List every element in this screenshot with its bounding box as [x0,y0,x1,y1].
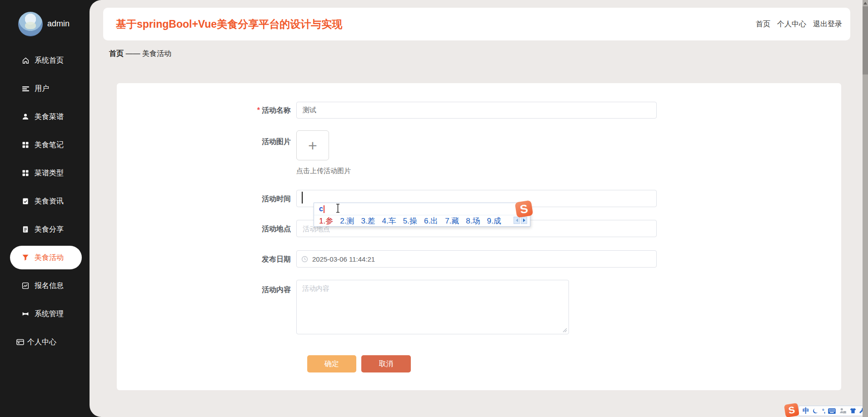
scroll-up-icon[interactable] [863,2,867,5]
activity-content-textarea[interactable] [296,280,569,334]
clipboard-check-icon [21,197,30,205]
avatar[interactable] [18,12,43,36]
sidebar-item-label: 美食笔记 [35,140,64,150]
user-badge-icon[interactable]: 20 [839,407,847,414]
sidebar-item-system-manage[interactable]: 系统管理 [10,305,82,323]
publish-date-value: 2025-03-06 11:44:21 [312,255,375,263]
page-title: 基于springBool+Vue美食分享平台的设计与实现 [116,17,342,31]
ime-candidate[interactable]: 4.车 [382,216,396,226]
ime-typed-text: c [319,205,323,213]
text-caret [302,192,303,204]
publish-date-label: 发布日期 [177,255,291,264]
ime-candidate-popup: c 1.参 2.测 3.差 4.车 5.操 6.出 7.藏 8.场 9.成 [314,203,530,227]
upload-hint: 点击上传活动图片 [296,167,351,175]
sidebar-item-label: 美食活动 [35,253,64,263]
ime-status-bar: 中 °, 20 [798,406,868,416]
sogou-logo: S [515,200,534,218]
tshirt-icon[interactable] [850,408,856,414]
sidebar-item-activities[interactable]: 美食活动 [10,246,82,269]
activity-image-label: 活动图片 [177,137,291,147]
activity-content-label: 活动内容 [177,285,291,295]
ime-candidate[interactable]: 7.藏 [445,216,459,226]
username: admin [47,19,70,29]
activity-form: *活动名称 活动图片 + 点击上传活动图片 活动时间 活动地点 发布日期 202… [117,83,841,390]
breadcrumb-current: 美食活动 [142,50,171,57]
breadcrumb-separator: —— [125,50,140,57]
activity-time-label: 活动时间 [177,194,291,204]
sidebar-item-users[interactable]: 用户 [10,79,82,98]
ime-candidate[interactable]: 5.操 [403,216,417,226]
vertical-scrollbar[interactable] [863,0,868,417]
ime-candidate[interactable]: 2.测 [340,216,354,226]
activity-place-label: 活动地点 [177,224,291,234]
sidebar-item-label: 系统管理 [35,309,64,319]
required-mark: * [257,106,260,114]
breadcrumb: 首页 —— 美食活动 [109,49,171,59]
clipboard-icon [21,225,30,233]
ime-candidate[interactable]: 8.场 [466,216,480,226]
sidebar-item-label: 美食菜谱 [35,112,64,122]
clock-icon [301,256,308,263]
svg-text:20: 20 [843,411,846,413]
funnel-icon [21,253,30,262]
ime-next-page-icon[interactable] [521,217,527,224]
sidebar: admin 系统首页 用户 美食菜谱 美食笔记 [0,0,90,417]
ibeam-cursor [335,204,341,215]
sidebar-item-label: 菜谱类型 [35,169,64,178]
ime-typed-row: c [314,203,530,215]
ime-pager [514,217,527,224]
sidebar-item-label: 美食资讯 [35,197,64,206]
sidebar-item-notes[interactable]: 美食笔记 [10,136,82,154]
top-link-personal-center[interactable]: 个人中心 [777,20,806,29]
cancel-button[interactable]: 取消 [361,355,411,372]
sidebar-item-personal-center[interactable]: 个人中心 [10,333,82,351]
ime-candidate[interactable]: 3.差 [361,216,375,226]
ime-candidate-row: 1.参 2.测 3.差 4.车 5.操 6.出 7.藏 8.场 9.成 [314,215,530,226]
top-nav: 首页 个人中心 退出登录 [756,20,842,29]
ime-candidate[interactable]: 1.参 [319,216,333,226]
scrollbar-thumb[interactable] [863,6,868,74]
chart-icon [21,282,30,290]
home-icon [21,56,30,65]
keyboard-icon[interactable] [828,408,836,414]
publish-date-input[interactable]: 2025-03-06 11:44:21 [296,250,657,268]
top-link-home[interactable]: 首页 [756,20,770,29]
app-window: admin 系统首页 用户 美食菜谱 美食笔记 [0,0,868,417]
activity-name-input[interactable] [296,102,657,119]
grid-icon [21,169,30,177]
sidebar-item-label: 系统首页 [35,56,64,65]
sidebar-item-label: 美食分享 [35,225,64,234]
user-icon [21,113,30,121]
sidebar-item-registrations[interactable]: 报名信息 [10,277,82,295]
sidebar-item-news[interactable]: 美食资讯 [10,192,82,210]
ime-candidate[interactable]: 9.成 [487,216,501,226]
list-icon [21,84,30,93]
sidebar-item-recipe-types[interactable]: 菜谱类型 [10,164,82,182]
grid-icon [21,141,30,149]
top-link-logout[interactable]: 退出登录 [813,20,842,29]
header-bar: 基于springBool+Vue美食分享平台的设计与实现 首页 个人中心 退出登… [103,8,850,40]
activity-name-label: *活动名称 [177,106,291,115]
tools-icon [21,310,30,318]
confirm-button[interactable]: 确定 [307,355,356,372]
ime-candidate[interactable]: 6.出 [424,216,438,226]
ime-prev-page-icon[interactable] [514,217,520,224]
sidebar-item-label: 报名信息 [35,281,64,291]
image-upload-box[interactable]: + [296,130,329,160]
ime-mode-chinese[interactable]: 中 [803,407,809,415]
breadcrumb-home[interactable]: 首页 [109,50,124,57]
punctuation-icon[interactable]: °, [822,408,825,414]
ime-caret [324,205,324,213]
card-icon [16,338,25,346]
plus-icon: + [308,138,317,153]
sidebar-item-share[interactable]: 美食分享 [10,220,82,238]
sidebar-item-label: 个人中心 [27,338,56,347]
sidebar-item-system-home[interactable]: 系统首页 [10,51,82,70]
sogou-logo[interactable]: S [784,403,799,417]
sidebar-item-recipes[interactable]: 美食菜谱 [10,108,82,126]
sidebar-item-label: 用户 [35,84,49,94]
moon-icon[interactable] [813,408,819,414]
